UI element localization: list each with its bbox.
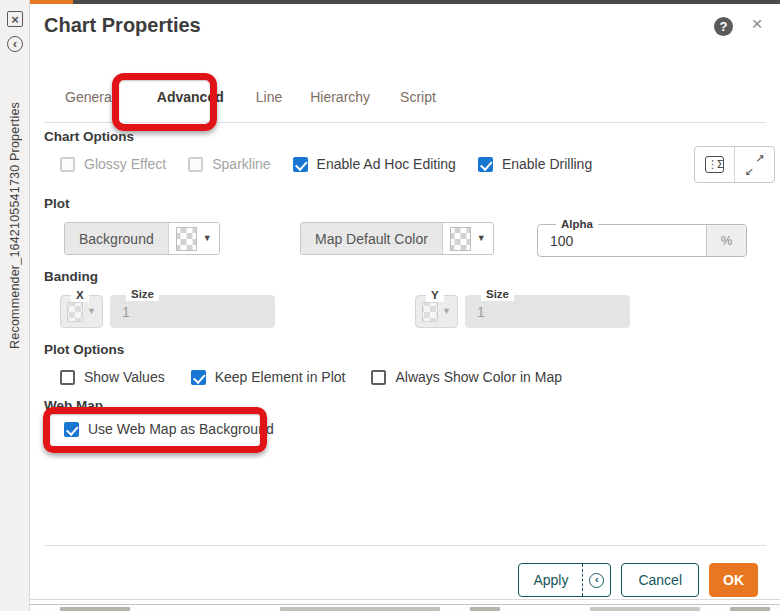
screen: × ‹ Recommender_1642105541730 Properties…: [0, 0, 780, 611]
section-heading-chart-options: Chart Options: [44, 129, 134, 144]
checkbox-icon[interactable]: [191, 370, 206, 385]
close-icon[interactable]: ×: [746, 13, 768, 35]
ok-button[interactable]: OK: [709, 563, 758, 597]
panel-collapse-icon[interactable]: ‹: [7, 36, 23, 52]
transparent-color-swatch-icon: [422, 302, 438, 322]
banding-x-color-dropdown: X ▼: [60, 295, 103, 328]
banding-y-size-label: Size: [481, 287, 514, 301]
tab-script[interactable]: Script: [400, 89, 436, 105]
panel-title-wrap: Recommender_1642105541730 Properties: [0, 55, 30, 395]
checkbox-label: Keep Element in Plot: [215, 369, 346, 385]
banding-y-color-dropdown: Y ▼: [415, 295, 458, 328]
background-color-picker[interactable]: Background ▼: [64, 222, 220, 255]
checkbox-label: Always Show Color in Map: [395, 369, 562, 385]
checkbox-icon[interactable]: [293, 157, 308, 172]
circled-chevron-left-icon: ‹: [589, 573, 604, 588]
checkbox-icon: [188, 157, 203, 172]
checkbox-label: Enable Ad Hoc Editing: [317, 156, 456, 172]
section-heading-plot-options: Plot Options: [44, 342, 124, 357]
alpha-field: Alpha %: [537, 224, 747, 257]
map-default-color-picker[interactable]: Map Default Color ▼: [300, 222, 494, 255]
cancel-button[interactable]: Cancel: [621, 563, 699, 597]
expand-icon: ↗ ↙: [747, 157, 763, 173]
chevron-down-icon: ▼: [87, 307, 96, 316]
expression-button[interactable]: ⋮Σ: [695, 147, 734, 182]
alpha-percent-suffix: %: [706, 225, 746, 256]
panel-close-icon[interactable]: ×: [7, 11, 23, 27]
transparent-color-swatch-icon: [450, 227, 471, 251]
banding-y-size-field: Size: [465, 295, 630, 328]
chart-options-row: Glossy Effect Sparkline Enable Ad Hoc Ed…: [60, 156, 592, 172]
panel-vertical-title: Recommender_1642105541730 Properties: [8, 102, 22, 349]
checkbox-label: Show Values: [84, 369, 165, 385]
checkbox-show-values[interactable]: Show Values: [60, 369, 165, 385]
expand-dialog-button[interactable]: ↗ ↙: [734, 147, 774, 182]
checkbox-keep-element-in-plot[interactable]: Keep Element in Plot: [191, 369, 346, 385]
properties-side-panel: × ‹ Recommender_1642105541730 Properties: [0, 0, 30, 611]
checkbox-icon[interactable]: [371, 370, 386, 385]
background-color-value[interactable]: ▼: [169, 223, 219, 254]
apply-button[interactable]: Apply ‹: [518, 563, 611, 597]
chevron-down-icon: ▼: [477, 234, 486, 243]
alpha-field-label: Alpha: [556, 217, 598, 231]
annotation-use-web-map-checkbox: [43, 407, 267, 453]
section-heading-banding: Banding: [44, 269, 98, 284]
chevron-down-icon: ▼: [203, 234, 212, 243]
section-heading-plot: Plot: [44, 196, 70, 211]
footer-divider: [44, 545, 766, 546]
checkbox-icon[interactable]: [478, 157, 493, 172]
checkbox-icon: [60, 157, 75, 172]
banding-x-label: X: [71, 288, 89, 302]
annotation-advanced-tab: [112, 73, 217, 131]
tab-line[interactable]: Line: [256, 89, 282, 105]
chevron-down-icon: ▼: [442, 307, 451, 316]
apply-history-button[interactable]: ‹: [582, 564, 610, 596]
dialog-tool-buttons: ⋮Σ ↗ ↙: [694, 146, 775, 183]
transparent-color-swatch-icon: [176, 227, 197, 251]
checkbox-enable-drilling[interactable]: Enable Drilling: [478, 156, 592, 172]
tab-hierarchy[interactable]: Hierarchy: [310, 89, 370, 105]
checkbox-label: Sparkline: [212, 156, 270, 172]
page-title: Chart Properties: [44, 14, 201, 37]
banding-y-label: Y: [426, 288, 444, 302]
banding-x-size-field: Size: [110, 295, 275, 328]
tab-general[interactable]: General: [65, 89, 115, 105]
plot-options-row: Show Values Keep Element in Plot Always …: [60, 369, 562, 385]
transparent-color-swatch-icon: [67, 302, 83, 322]
sigma-expression-icon: ⋮Σ: [705, 156, 724, 173]
apply-label[interactable]: Apply: [519, 572, 582, 588]
banding-x-size-label: Size: [126, 287, 159, 301]
checkbox-icon[interactable]: [60, 370, 75, 385]
checkbox-label: Enable Drilling: [502, 156, 592, 172]
checkbox-sparkline: Sparkline: [188, 156, 270, 172]
background-label: Background: [65, 223, 169, 254]
background-page-edge: [30, 604, 780, 605]
map-default-color-value[interactable]: ▼: [443, 223, 493, 254]
help-icon[interactable]: ?: [714, 17, 733, 36]
footer-buttons: Apply ‹ Cancel OK: [518, 563, 758, 597]
checkbox-always-show-color-in-map[interactable]: Always Show Color in Map: [371, 369, 562, 385]
background-page-strip: [30, 601, 780, 611]
checkbox-glossy-effect: Glossy Effect: [60, 156, 166, 172]
map-default-color-label: Map Default Color: [301, 223, 443, 254]
checkbox-label: Glossy Effect: [84, 156, 166, 172]
checkbox-enable-ad-hoc-editing[interactable]: Enable Ad Hoc Editing: [293, 156, 456, 172]
